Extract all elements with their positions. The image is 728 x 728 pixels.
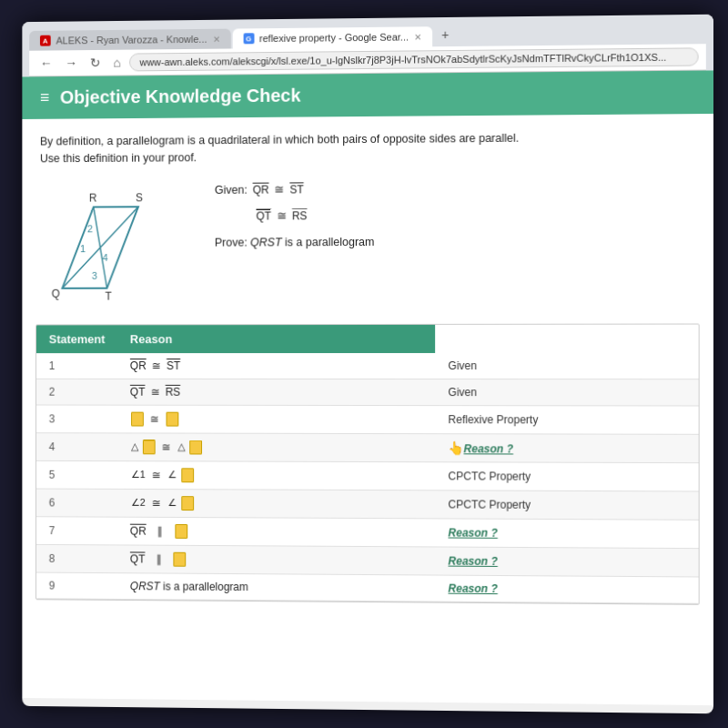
forward-button[interactable]: → bbox=[61, 54, 81, 72]
browser-chrome: A ALEKS - Ryan Varozza - Knowle... ✕ G r… bbox=[22, 15, 713, 77]
svg-text:Q: Q bbox=[52, 287, 60, 299]
row-num-1: 1 bbox=[36, 353, 117, 379]
math-stmt-5: ∠1 ≅ ∠ bbox=[130, 468, 422, 483]
statement-3: ≅ bbox=[117, 405, 435, 434]
table-row: 9 QRST is a parallelogram Reason ? bbox=[36, 572, 699, 603]
given-seg-qt: QT bbox=[256, 206, 271, 228]
math-stmt-2: QT ≅ RS bbox=[130, 385, 422, 398]
statement-6: ∠2 ≅ ∠ bbox=[117, 489, 435, 518]
table-header-row: Statement Reason bbox=[36, 324, 699, 353]
yellow-box-8 bbox=[174, 551, 187, 566]
tab-google-label: reflexive property - Google Sear... bbox=[259, 31, 409, 44]
yellow-box-3a bbox=[131, 411, 144, 426]
table-row: 2 QT ≅ RS Given bbox=[36, 379, 699, 406]
reason-5: CPCTC Property bbox=[435, 461, 698, 490]
prove-statement: QRST is a parallelogram bbox=[250, 235, 374, 248]
table-row: 1 QR ≅ ST Given bbox=[36, 352, 699, 379]
svg-text:R: R bbox=[89, 191, 97, 204]
proof-table-wrapper: Statement Reason 1 QR ≅ ST Given bbox=[35, 323, 700, 604]
table-row: 3 ≅ Reflexive Property bbox=[36, 405, 699, 434]
svg-text:S: S bbox=[136, 191, 143, 204]
back-button[interactable]: ← bbox=[36, 54, 56, 72]
row-num-2: 2 bbox=[36, 379, 117, 405]
reason-link-9[interactable]: Reason ? bbox=[449, 581, 498, 594]
google-favicon: G bbox=[243, 33, 254, 44]
math-stmt-8: QT ∥ bbox=[130, 551, 422, 568]
statement-5: ∠1 ≅ ∠ bbox=[117, 460, 435, 490]
col-header-reason: Reason bbox=[117, 324, 435, 352]
tab-google[interactable]: G reflexive property - Google Sear... ✕ bbox=[232, 26, 432, 48]
tab-aleks-close[interactable]: ✕ bbox=[212, 34, 219, 44]
table-row: 5 ∠1 ≅ ∠ CPCTC Property bbox=[36, 460, 699, 491]
row-num-6: 6 bbox=[36, 489, 117, 517]
row-num-9: 9 bbox=[36, 572, 117, 599]
reason-link-4[interactable]: Reason ? bbox=[464, 442, 513, 455]
math-stmt-3: ≅ bbox=[130, 411, 422, 427]
reason-link-8[interactable]: Reason ? bbox=[449, 554, 498, 567]
geometry-diagram: R S Q T 2 1 4 3 bbox=[40, 179, 187, 307]
home-button[interactable]: ⌂ bbox=[109, 54, 124, 72]
cursor-icon-4: 👆 bbox=[449, 440, 464, 455]
reason-link-7[interactable]: Reason ? bbox=[449, 526, 498, 539]
statement-1: QR ≅ ST bbox=[117, 352, 435, 379]
statement-7: QR ∥ bbox=[117, 517, 435, 547]
yellow-box-4a bbox=[143, 440, 156, 454]
new-tab-button[interactable]: + bbox=[434, 23, 456, 46]
yellow-box-5 bbox=[181, 468, 194, 482]
page-title: Objective Knowledge Check bbox=[60, 86, 301, 108]
congruent-sym-2: ≅ bbox=[277, 205, 287, 228]
stmt-text-9: QRST is a parallelogram bbox=[130, 580, 248, 593]
tab-aleks-label: ALEKS - Ryan Varozza - Knowle... bbox=[56, 34, 207, 46]
math-stmt-7: QR ∥ bbox=[130, 523, 422, 540]
reason-3: Reflexive Property bbox=[435, 405, 698, 434]
prove-line: Prove: QRST is a parallelogram bbox=[215, 230, 375, 254]
page-content: ≡ Objective Knowledge Check By definitio… bbox=[22, 70, 713, 705]
row-num-4: 4 bbox=[36, 432, 117, 460]
yellow-box-6 bbox=[181, 496, 194, 511]
reason-9: Reason ? bbox=[435, 575, 698, 603]
row-num-7: 7 bbox=[36, 516, 117, 544]
table-row: 8 QT ∥ Reason ? bbox=[36, 544, 699, 577]
given-prove-section: Given: QR ≅ ST QT ≅ RS Prove: QRST is a … bbox=[215, 177, 375, 254]
row-num-5: 5 bbox=[36, 460, 117, 489]
reason-6: CPCTC Property bbox=[435, 490, 698, 519]
url-bar[interactable]: www-awn.aleks.com/alekscgi/x/lsl.exe/1o_… bbox=[130, 47, 699, 71]
hamburger-icon[interactable]: ≡ bbox=[40, 88, 49, 107]
svg-text:1: 1 bbox=[80, 243, 86, 254]
col-header-statement: Statement bbox=[36, 325, 117, 353]
statement-8: QT ∥ bbox=[117, 544, 435, 574]
reload-button[interactable]: ↻ bbox=[86, 54, 105, 72]
statement-4: △ ≅ △ bbox=[117, 432, 435, 461]
page-header: ≡ Objective Knowledge Check bbox=[22, 70, 713, 119]
problem-content: R S Q T 2 1 4 3 Given: QR bbox=[40, 176, 695, 306]
table-row: 7 QR ∥ Reason ? bbox=[36, 516, 699, 548]
given-line-1: Given: QR ≅ ST bbox=[215, 177, 375, 201]
yellow-box-7 bbox=[175, 523, 187, 538]
congruent-sym-1: ≅ bbox=[274, 178, 284, 201]
tab-google-close[interactable]: ✕ bbox=[414, 32, 421, 42]
problem-area: By definition, a parallelogram is a quad… bbox=[22, 114, 713, 315]
svg-text:4: 4 bbox=[103, 251, 108, 262]
proof-table: Statement Reason 1 QR ≅ ST Given bbox=[36, 324, 699, 603]
aleks-favicon: A bbox=[40, 35, 51, 46]
statement-2: QT ≅ RS bbox=[117, 379, 435, 405]
math-stmt-1: QR ≅ ST bbox=[130, 359, 422, 371]
svg-text:T: T bbox=[106, 289, 113, 302]
statement-9: QRST is a parallelogram bbox=[117, 572, 435, 601]
math-stmt-6: ∠2 ≅ ∠ bbox=[130, 495, 422, 511]
reason-1: Given bbox=[435, 352, 698, 379]
reason-2: Given bbox=[435, 379, 698, 405]
given-seg-st: ST bbox=[289, 178, 303, 200]
given-label-1: Given: bbox=[215, 178, 248, 201]
math-stmt-4: △ ≅ △ bbox=[130, 440, 422, 455]
tab-aleks[interactable]: A ALEKS - Ryan Varozza - Knowle... ✕ bbox=[29, 29, 230, 51]
reason-7: Reason ? bbox=[435, 518, 698, 548]
reason-4: 👆Reason ? bbox=[435, 433, 698, 462]
table-row: 4 △ ≅ △ 👆Reason ? bbox=[36, 432, 699, 462]
svg-text:2: 2 bbox=[87, 223, 93, 234]
given-seg-qr: QR bbox=[253, 179, 269, 201]
prove-label: Prove: bbox=[215, 236, 250, 248]
yellow-box-3b bbox=[166, 411, 178, 426]
row-num-8: 8 bbox=[36, 544, 117, 572]
row-num-3: 3 bbox=[36, 405, 117, 433]
